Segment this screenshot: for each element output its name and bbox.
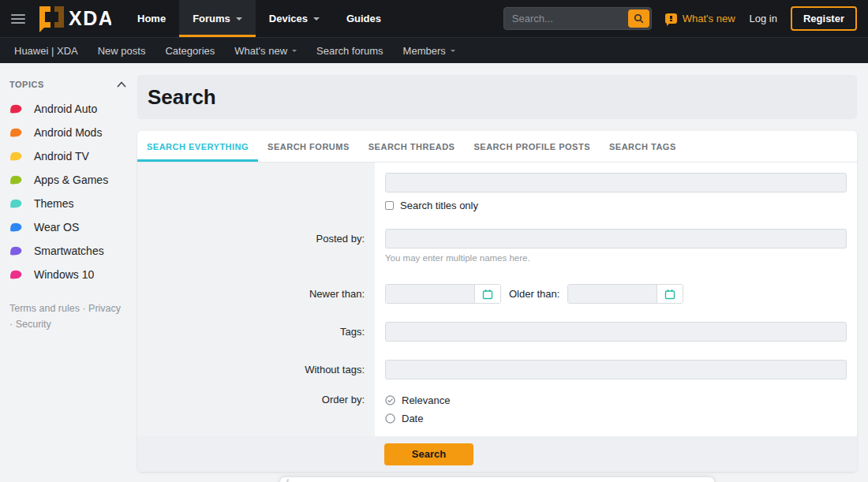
order-by-date-option[interactable]: Date (385, 413, 847, 424)
radio-unchecked-icon[interactable] (385, 413, 395, 424)
svg-text:XDA: XDA (69, 7, 111, 29)
newer-than-input[interactable] (386, 285, 475, 303)
order-by-relevance-option[interactable]: Relevance (385, 394, 847, 405)
tab-label: SEARCH PROFILE POSTS (473, 142, 590, 151)
sidebar-item-themes[interactable]: Themes (0, 192, 137, 215)
xda-logo[interactable]: XDA (37, 4, 111, 34)
sidebar-item-wear-os[interactable]: Wear OS (0, 215, 137, 239)
header-search-input[interactable] (504, 13, 628, 24)
topic-leaf-icon (9, 151, 23, 162)
tab-label: SEARCH THREADS (369, 142, 455, 151)
subnav-label: New posts (98, 45, 146, 57)
tab-search-forums[interactable]: SEARCH FORUMS (258, 131, 359, 162)
alert-bubble-icon (665, 13, 677, 24)
topic-leaf-icon (9, 127, 23, 138)
header-search-button[interactable] (628, 9, 649, 28)
privacy-link[interactable]: Privacy (88, 303, 121, 314)
newer-than-field (385, 284, 501, 304)
terms-and-rules-link[interactable]: Terms and rules (9, 303, 80, 314)
search-tabs: SEARCH EVERYTHING SEARCH FORUMS SEARCH T… (137, 131, 857, 163)
register-button[interactable]: Register (791, 6, 857, 31)
tags-input[interactable] (385, 322, 847, 342)
nav-item-label: Guides (346, 13, 381, 24)
radio-checked-icon[interactable] (385, 395, 395, 405)
page: XDA Home Forums Devices Guides (0, 0, 868, 482)
tab-search-threads[interactable]: SEARCH THREADS (359, 131, 465, 162)
hamburger-menu-icon[interactable] (11, 14, 25, 24)
nav-item-home[interactable]: Home (124, 0, 179, 37)
sidebar-item-android-auto[interactable]: Android Auto (0, 97, 137, 121)
topic-label: Themes (34, 197, 74, 210)
security-link[interactable]: Security (16, 319, 51, 330)
subnav-item-search-forums[interactable]: Search forums (316, 45, 383, 57)
topic-label: Smartwatches (34, 245, 104, 257)
search-submit-button[interactable]: Search (384, 443, 473, 465)
subnav-label: Search forums (316, 45, 383, 57)
page-title: Search (148, 85, 216, 110)
subnav-label: What's new (234, 45, 287, 57)
log-in-link[interactable]: Log in (750, 13, 777, 24)
sub-nav: Huawei | XDA New posts Categories What's… (0, 37, 868, 63)
sidebar-item-android-tv[interactable]: Android TV (0, 144, 137, 168)
posted-by-label: Posted by: (137, 229, 375, 263)
search-titles-only-option[interactable]: Search titles only (385, 200, 847, 211)
header: XDA Home Forums Devices Guides (0, 0, 868, 63)
calendar-icon (664, 289, 675, 300)
topic-label: Android Mods (34, 126, 102, 139)
subnav-item-huawei-xda[interactable]: Huawei | XDA (14, 45, 78, 57)
subnav-item-new-posts[interactable]: New posts (98, 45, 146, 57)
tab-label: SEARCH EVERYTHING (147, 142, 249, 151)
topic-label: Apps & Games (34, 174, 108, 186)
newer-than-datepicker-button[interactable] (475, 285, 500, 303)
topic-leaf-icon (9, 174, 23, 185)
nav-item-forums[interactable]: Forums (179, 0, 256, 37)
topic-leaf-icon (9, 198, 23, 209)
subnav-item-categories[interactable]: Categories (165, 45, 215, 57)
nav-item-devices[interactable]: Devices (256, 0, 333, 37)
tags-label: Tags: (137, 322, 375, 342)
order-option-label: Relevance (402, 394, 450, 406)
chevron-down-icon (236, 17, 242, 21)
whats-new-link[interactable]: What's new (665, 13, 735, 24)
search-titles-only-label: Search titles only (400, 200, 478, 211)
without-tags-input[interactable] (385, 360, 847, 379)
order-option-label: Date (402, 413, 423, 424)
bottom-toast (280, 477, 714, 482)
chevron-down-icon (313, 17, 320, 21)
nav-item-guides[interactable]: Guides (333, 0, 395, 37)
tab-search-tags[interactable]: SEARCH TAGS (600, 131, 686, 162)
subnav-item-whats-new[interactable]: What's new (234, 45, 297, 57)
topic-label: Wear OS (34, 221, 79, 234)
sidebar-item-smartwatches[interactable]: Smartwatches (0, 239, 137, 263)
tab-search-everything[interactable]: SEARCH EVERYTHING (137, 131, 258, 162)
separator: · (9, 319, 13, 330)
order-by-label: Order by: (137, 394, 375, 436)
tags-row: Tags: (137, 322, 857, 342)
topics-list: Android Auto Android Mods Android TV App… (0, 97, 137, 286)
topic-label: Windows 10 (34, 268, 94, 281)
sidebar-item-windows-10[interactable]: Windows 10 (0, 263, 137, 286)
without-tags-label: Without tags: (137, 360, 375, 379)
chevron-down-icon (292, 50, 297, 52)
chevron-up-icon[interactable] (117, 81, 126, 88)
nav-item-label: Forums (193, 13, 230, 24)
older-than-datepicker-button[interactable] (657, 285, 683, 303)
sidebar-item-apps-games[interactable]: Apps & Games (0, 168, 137, 192)
keywords-input[interactable] (385, 173, 847, 192)
keywords-label (137, 173, 375, 192)
topic-label: Android Auto (34, 103, 97, 115)
subnav-item-members[interactable]: Members (403, 45, 455, 57)
posted-by-input[interactable] (385, 229, 847, 248)
checkbox-icon[interactable] (385, 201, 394, 210)
sidebar-item-android-mods[interactable]: Android Mods (0, 121, 137, 144)
legal-links: Terms and rules · Privacy · Security (9, 301, 124, 332)
subnav-label: Categories (165, 45, 215, 57)
topics-title: TOPICS (9, 80, 44, 89)
newer-than-label: Newer than: (137, 284, 375, 304)
older-than-input[interactable] (568, 285, 657, 303)
order-by-row: Order by: Relevance (137, 394, 857, 436)
tab-search-profile-posts[interactable]: SEARCH PROFILE POSTS (464, 131, 600, 162)
page-title-block: Search (137, 75, 857, 119)
search-form: Search titles only Posted by: You may en… (137, 163, 857, 436)
chevron-down-icon (451, 50, 455, 52)
